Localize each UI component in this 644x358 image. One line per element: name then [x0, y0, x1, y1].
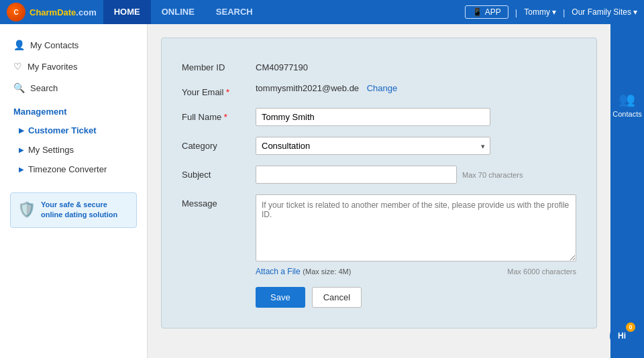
sidebar-item-my-settings[interactable]: ▶ My Settings	[0, 140, 147, 160]
message-textarea[interactable]	[256, 194, 576, 261]
fullname-input[interactable]	[256, 108, 490, 126]
triangle-icon2: ▶	[19, 146, 24, 154]
cancel-button[interactable]: Cancel	[312, 287, 362, 308]
user-menu[interactable]: Tommy ▾	[524, 7, 556, 17]
email-field-container: tommysmith2021@web.de Change	[256, 83, 576, 93]
management-title: Management	[0, 99, 147, 121]
attach-size: (Max size: 4M)	[303, 267, 351, 276]
category-label: Category	[182, 137, 256, 151]
message-max-chars: Max 6000 characters	[507, 267, 576, 276]
safe-text: Your safe & secure online dating solutio…	[41, 200, 117, 221]
subject-max-chars: Max 70 characters	[462, 171, 523, 179]
nav-search[interactable]: SEARCH	[205, 0, 264, 24]
sidebar-search-label: Search	[30, 83, 58, 93]
chat-label: Hi	[618, 331, 626, 341]
attach-file-link[interactable]: Attach a File	[256, 267, 301, 276]
triangle-icon3: ▶	[19, 166, 24, 173]
layout: 👤 My Contacts ♡ My Favorites 🔍 Search Ma…	[0, 24, 644, 358]
favorites-icon: ♡	[13, 61, 22, 72]
email-row: Your Email * tommysmith2021@web.de Chang…	[182, 83, 576, 97]
member-id-row: Member ID CM40977190	[182, 58, 576, 72]
app-label: APP	[485, 7, 501, 17]
my-settings-label: My Settings	[28, 145, 74, 155]
logo-text: CharmDate.com	[30, 7, 97, 17]
chevron-down-icon2: ▾	[633, 7, 637, 17]
nav-online[interactable]: ONLINE	[151, 0, 205, 24]
sidebar-item-search[interactable]: 🔍 Search	[0, 77, 147, 99]
phone-icon: 📱	[472, 7, 482, 17]
form-card: Member ID CM40977190 Your Email * tommys…	[161, 38, 597, 329]
subject-label: Subject	[182, 166, 256, 180]
sidebar: 👤 My Contacts ♡ My Favorites 🔍 Search Ma…	[0, 24, 148, 358]
contacts-side-label: Contacts	[612, 110, 641, 118]
header: C CharmDate.com HOME ONLINE SEARCH 📱 APP…	[0, 0, 644, 24]
member-id-value: CM40977190	[256, 58, 308, 72]
message-label: Message	[182, 194, 256, 208]
category-select-wrapper: Consultation Technical Issue Account Oth…	[256, 137, 490, 155]
sidebar-item-customer-ticket[interactable]: ▶ Customer Ticket	[0, 121, 147, 140]
subject-field: Max 70 characters	[256, 166, 576, 184]
timezone-label: Timezone Converter	[28, 164, 107, 174]
logo[interactable]: C CharmDate.com	[7, 3, 97, 21]
chat-badge: 0	[626, 322, 635, 332]
app-button[interactable]: 📱 APP	[465, 5, 508, 19]
sidebar-item-timezone[interactable]: ▶ Timezone Converter	[0, 160, 147, 179]
header-divider2: |	[563, 7, 565, 17]
user-name: Tommy	[524, 7, 550, 17]
safe-banner: 🛡️ Your safe & secure online dating solu…	[10, 192, 137, 228]
category-field: Consultation Technical Issue Account Oth…	[256, 137, 576, 155]
triangle-icon: ▶	[19, 127, 24, 134]
sidebar-favorites-label: My Favorites	[28, 62, 77, 72]
chat-bubble[interactable]: 0 Hi	[610, 324, 634, 348]
main-content: Member ID CM40977190 Your Email * tommys…	[148, 24, 610, 358]
subject-row: Subject Max 70 characters	[182, 166, 576, 184]
fullname-label: Full Name *	[182, 108, 256, 122]
family-sites-label: Our Family Sites	[572, 7, 631, 17]
sidebar-contacts-label: My Contacts	[30, 40, 78, 50]
email-value: tommysmith2021@web.de	[256, 79, 359, 93]
subject-input[interactable]	[256, 166, 457, 184]
form-actions: Save Cancel	[182, 287, 576, 308]
chevron-down-icon: ▾	[552, 7, 556, 17]
shield-icon: 🛡️	[17, 201, 36, 219]
category-select[interactable]: Consultation Technical Issue Account Oth…	[256, 137, 490, 155]
change-email-link[interactable]: Change	[367, 83, 398, 93]
search-icon: 🔍	[13, 82, 25, 93]
attach-row: Attach a File (Max size: 4M) Max 6000 ch…	[256, 266, 576, 276]
header-right: 📱 APP | Tommy ▾ | Our Family Sites ▾	[465, 5, 637, 19]
contacts-side-panel: 👥 Contacts	[610, 24, 644, 358]
fullname-row: Full Name *	[182, 108, 576, 126]
family-sites-menu[interactable]: Our Family Sites ▾	[572, 7, 637, 17]
member-id-label: Member ID	[182, 58, 256, 72]
sidebar-item-favorites[interactable]: ♡ My Favorites	[0, 56, 147, 77]
header-divider: |	[515, 7, 517, 17]
required-star: *	[223, 87, 229, 97]
main-nav: HOME ONLINE SEARCH	[103, 0, 264, 24]
sidebar-item-contacts[interactable]: 👤 My Contacts	[0, 34, 147, 56]
subject-wrapper: Max 70 characters	[256, 166, 576, 184]
contacts-icon: 👤	[13, 40, 25, 50]
nav-home[interactable]: HOME	[103, 0, 151, 24]
category-row: Category Consultation Technical Issue Ac…	[182, 137, 576, 155]
save-button[interactable]: Save	[256, 287, 305, 308]
contacts-side-button[interactable]: 👥 Contacts	[612, 91, 641, 118]
customer-ticket-label: Customer Ticket	[28, 125, 97, 135]
required-star2: *	[221, 112, 227, 122]
message-field: Attach a File (Max size: 4M) Max 6000 ch…	[256, 194, 576, 276]
logo-icon: C	[7, 3, 25, 21]
email-label: Your Email *	[182, 83, 256, 97]
fullname-field	[256, 108, 576, 126]
attach-container: Attach a File (Max size: 4M)	[256, 266, 351, 276]
message-row: Message Attach a File (Max size: 4M) Max…	[182, 194, 576, 276]
contacts-side-icon: 👥	[619, 91, 635, 107]
